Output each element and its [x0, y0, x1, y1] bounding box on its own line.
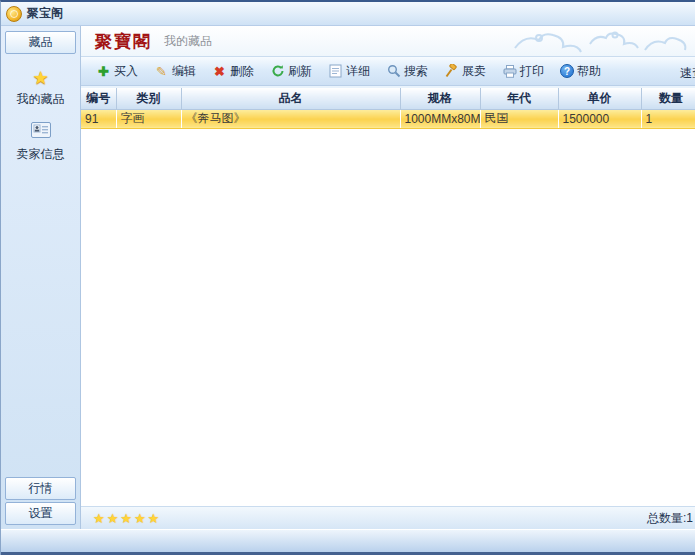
- sidebar-item-seller-info[interactable]: 卖家信息: [4, 122, 77, 163]
- sell-gavel-icon: [444, 64, 459, 79]
- cell-spec: 1000MMx80MM: [400, 109, 480, 128]
- print-button[interactable]: 打印: [495, 60, 551, 83]
- sidebar-tab-settings-label: 设置: [29, 505, 53, 522]
- buy-button-label: 买入: [114, 63, 138, 80]
- sell-button[interactable]: 展卖: [437, 60, 493, 83]
- brand-title: 聚寶閣: [95, 30, 152, 53]
- print-icon: [502, 64, 517, 79]
- edit-pencil-icon: ✎: [154, 64, 169, 79]
- toolbar: ✚ 买入 ✎ 编辑 ✖ 删除: [81, 57, 695, 86]
- buy-button[interactable]: ✚ 买入: [89, 60, 145, 83]
- app-coin-icon[interactable]: [6, 6, 22, 22]
- column-header-era[interactable]: 年代: [480, 88, 558, 109]
- sidebar-tab-market-label: 行情: [29, 480, 53, 497]
- cell-id: 91: [81, 109, 116, 128]
- cloud-decoration: [495, 26, 695, 57]
- main-header: 聚寶閣 我的藏品: [81, 26, 695, 57]
- column-header-category[interactable]: 类别: [116, 88, 181, 109]
- detail-button[interactable]: 详细: [321, 60, 377, 83]
- edit-button[interactable]: ✎ 编辑: [147, 60, 203, 83]
- sidebar-tab-settings[interactable]: 设置: [5, 502, 76, 525]
- sidebar-item-label: 我的藏品: [17, 91, 65, 108]
- edit-button-label: 编辑: [172, 63, 196, 80]
- section-breadcrumb: 我的藏品: [164, 33, 212, 50]
- column-header-qty[interactable]: 数量: [641, 88, 695, 109]
- delete-button[interactable]: ✖ 删除: [205, 60, 261, 83]
- status-bar: ★★★★★ 总数量:1: [81, 506, 695, 529]
- window-bottom-band: [1, 529, 695, 552]
- cell-qty: 1: [641, 109, 695, 128]
- sidebar-tab-collection[interactable]: 藏品: [5, 31, 76, 54]
- table-header-row: 编号 类别 品名 规格 年代 单价 数量: [81, 88, 695, 109]
- sell-button-label: 展卖: [462, 63, 486, 80]
- cell-name: 《奔马图》: [181, 109, 400, 128]
- detail-button-label: 详细: [346, 63, 370, 80]
- add-icon: ✚: [96, 64, 111, 79]
- cell-price: 1500000: [558, 109, 641, 128]
- sidebar-item-label: 卖家信息: [17, 146, 65, 163]
- cell-era: 民国: [480, 109, 558, 128]
- detail-document-icon: [328, 64, 343, 79]
- help-icon: ?: [560, 64, 574, 78]
- refresh-button-label: 刷新: [288, 63, 312, 80]
- column-header-id[interactable]: 编号: [81, 88, 116, 109]
- quick-search-label: 速查: [680, 65, 695, 82]
- help-button-label: 帮助: [577, 63, 601, 80]
- sidebar-spacer: [4, 163, 77, 476]
- seller-card-icon: [31, 122, 51, 142]
- main-panel: 聚寶閣 我的藏品 ✚ 买入 ✎: [81, 26, 695, 529]
- print-button-label: 打印: [520, 63, 544, 80]
- collection-table-area: 编号 类别 品名 规格 年代 单价 数量 91 字画: [81, 86, 695, 506]
- column-header-name[interactable]: 品名: [181, 88, 400, 109]
- search-button[interactable]: 搜索: [379, 60, 435, 83]
- app-window: 聚宝阁 藏品 ★ 我的藏品: [0, 0, 695, 555]
- search-button-label: 搜索: [404, 63, 428, 80]
- star-icon: ★: [32, 69, 48, 87]
- total-quantity: 总数量:1: [647, 510, 693, 527]
- table-row-selected[interactable]: 91 字画 《奔马图》 1000MMx80MM 民国 1500000 1: [81, 109, 695, 128]
- collection-table: 编号 类别 品名 规格 年代 单价 数量 91 字画: [81, 88, 695, 129]
- delete-button-label: 删除: [230, 63, 254, 80]
- sidebar: 藏品 ★ 我的藏品 卖家信息: [1, 26, 81, 529]
- title-bar: 聚宝阁: [1, 2, 695, 26]
- column-header-spec[interactable]: 规格: [400, 88, 480, 109]
- column-header-price[interactable]: 单价: [558, 88, 641, 109]
- refresh-icon: [270, 64, 285, 79]
- help-button[interactable]: ? 帮助: [553, 60, 608, 83]
- refresh-button[interactable]: 刷新: [263, 60, 319, 83]
- delete-icon: ✖: [212, 64, 227, 79]
- sidebar-item-my-collection[interactable]: ★ 我的藏品: [4, 69, 77, 108]
- sidebar-tab-market[interactable]: 行情: [5, 477, 76, 500]
- rating-stars: ★★★★★: [93, 511, 161, 526]
- search-icon: [386, 64, 401, 79]
- sidebar-tab-collection-label: 藏品: [29, 34, 53, 51]
- window-title: 聚宝阁: [27, 5, 63, 22]
- cell-category: 字画: [116, 109, 181, 128]
